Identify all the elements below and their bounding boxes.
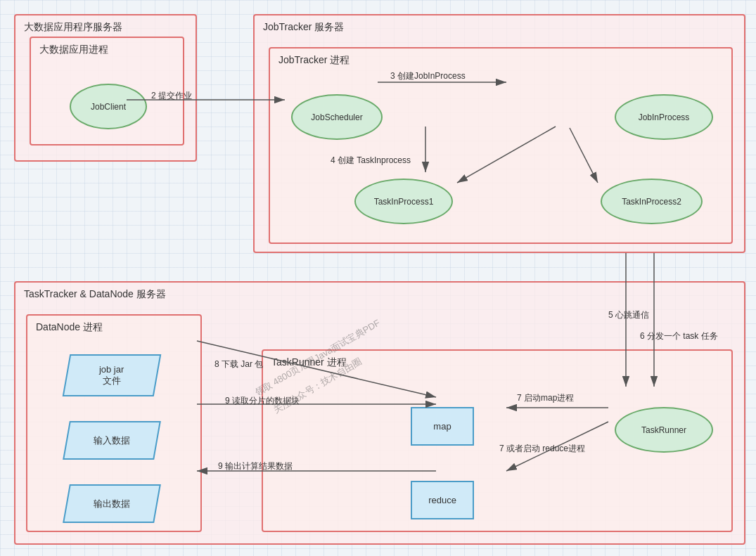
task-in-process2-node: TaskInProcess2 (601, 179, 703, 224)
reduce-node: reduce (411, 481, 474, 519)
label-download-jar: 8 下载 Jar 包 (214, 358, 263, 370)
label-dispatch-task: 6 分发一个 task 任务 (640, 330, 718, 342)
label-start-reduce: 7 或者启动 reduce进程 (499, 443, 585, 455)
output-data-node: 输出数据 (63, 484, 161, 523)
job-scheduler-node: JobScheduler (291, 94, 383, 140)
label-create-taskinprocess: 4 创建 TaskInprocess (331, 155, 411, 167)
taskrunner-process-box: TaskRunner 进程 TaskRunner map reduce (262, 349, 733, 532)
label-submit-job: 2 提交作业 (151, 90, 192, 102)
jobtracker-process-label: JobTracker 进程 (278, 54, 350, 67)
diagram-container: 大数据应用程序服务器 大数据应用进程 JobClient JobTracker … (7, 7, 749, 549)
label-start-map: 7 启动map进程 (517, 392, 574, 404)
bigdata-server-box: 大数据应用程序服务器 大数据应用进程 JobClient (14, 14, 197, 162)
taskrunner-process-label: TaskRunner 进程 (271, 356, 347, 369)
job-in-process-node: JobInProcess (615, 94, 713, 140)
jobtracker-process-box: JobTracker 进程 JobScheduler JobInProcess … (269, 47, 733, 244)
job-client-node: JobClient (70, 84, 147, 129)
datanode-process-label: DataNode 进程 (36, 321, 103, 334)
label-read-data: 9 读取分片的数据块 (225, 395, 300, 407)
bigdata-server-label: 大数据应用程序服务器 (24, 21, 122, 34)
input-data-node: 输入数据 (63, 421, 161, 460)
task-in-process1-node: TaskInProcess1 (354, 179, 453, 224)
label-heartbeat: 5 心跳通信 (608, 309, 649, 321)
map-node: map (411, 407, 474, 446)
tasktracker-server-label: TaskTracker & DataNode 服务器 (24, 288, 166, 301)
task-runner-node: TaskRunner (615, 407, 713, 453)
jobtracker-server-label: JobTracker 服务器 (263, 21, 344, 34)
jobtracker-server-box: JobTracker 服务器 JobTracker 进程 JobSchedule… (253, 14, 745, 253)
bigdata-app-process-label: 大数据应用进程 (39, 44, 108, 56)
datanode-process-box: DataNode 进程 job jar文件 输入数据 输出数据 (26, 314, 202, 532)
label-create-jobinprocess: 3 创建JobInProcess (390, 70, 466, 82)
label-output-data: 9 输出计算结果数据 (218, 460, 293, 472)
job-jar-node: job jar文件 (63, 354, 162, 396)
